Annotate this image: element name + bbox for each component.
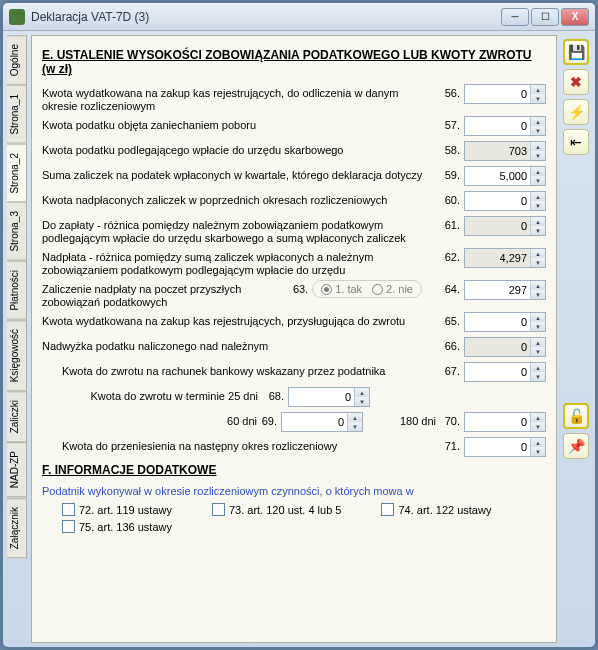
spin-down-icon[interactable]: ▼	[531, 372, 545, 381]
spin-up-icon[interactable]: ▲	[531, 338, 545, 347]
spin-down-icon[interactable]: ▼	[531, 126, 545, 135]
spin-up-icon[interactable]: ▲	[531, 438, 545, 447]
goto-button[interactable]: ⇤	[563, 129, 589, 155]
spin-up-icon[interactable]: ▲	[531, 313, 545, 322]
spin-up-icon[interactable]: ▲	[531, 117, 545, 126]
input-57[interactable]	[465, 117, 530, 135]
checkbox-73[interactable]: 73. art. 120 ust. 4 lub 5	[212, 503, 342, 516]
input-62[interactable]	[465, 249, 530, 267]
row-label-67: Kwota do zwrotu na rachunek bankowy wska…	[42, 362, 440, 378]
tab-załącznik[interactable]: Załącznik	[7, 498, 27, 558]
spin-down-icon[interactable]: ▼	[355, 397, 369, 406]
checkbox-label: 74. art. 122 ustawy	[398, 504, 491, 516]
maximize-button[interactable]: ☐	[531, 8, 559, 26]
spin-up-icon[interactable]: ▲	[531, 167, 545, 176]
field-64[interactable]: ▲▼	[464, 280, 546, 300]
field-62[interactable]: ▲▼	[464, 248, 546, 268]
spin-down-icon[interactable]: ▼	[531, 290, 545, 299]
side-tabs: OgólneStrona_1Strona_2Strona_3PłatnościK…	[7, 35, 27, 643]
spin-down-icon[interactable]: ▼	[531, 226, 545, 235]
spin-up-icon[interactable]: ▲	[531, 217, 545, 226]
spin-up-icon[interactable]: ▲	[531, 85, 545, 94]
field-71[interactable]: ▲▼	[464, 437, 546, 457]
spin-up-icon[interactable]: ▲	[531, 281, 545, 290]
tab-płatności[interactable]: Płatności	[7, 261, 27, 320]
row-num-60: 60.	[440, 191, 464, 206]
spin-up-icon[interactable]: ▲	[531, 249, 545, 258]
input-66[interactable]	[465, 338, 530, 356]
checkbox-icon	[381, 503, 394, 516]
input-64[interactable]	[465, 281, 530, 299]
close-button[interactable]: X	[561, 8, 589, 26]
section-f-link[interactable]: Podatnik wykonywał w okresie rozliczenio…	[42, 485, 546, 497]
bolt-icon: ⚡	[568, 104, 585, 120]
spin-up-icon[interactable]: ▲	[355, 388, 369, 397]
input-59[interactable]	[465, 167, 530, 185]
spin-down-icon[interactable]: ▼	[531, 322, 545, 331]
tab-ogólne[interactable]: Ogólne	[7, 35, 27, 85]
field-59[interactable]: ▲▼	[464, 166, 546, 186]
checkbox-75[interactable]: 75. art. 136 ustawy	[62, 520, 172, 533]
cancel-button[interactable]: ✖	[563, 69, 589, 95]
radio-63-no[interactable]: 2. nie	[372, 283, 413, 295]
pin-button[interactable]: 📌	[563, 433, 589, 459]
input-65[interactable]	[465, 313, 530, 331]
spin-up-icon[interactable]: ▲	[531, 413, 545, 422]
tab-nad-zp[interactable]: NAD-ZP	[7, 442, 27, 497]
checkbox-label: 72. art. 119 ustawy	[79, 504, 172, 516]
radio-63-yes[interactable]: 1. tak	[321, 283, 362, 295]
field-57[interactable]: ▲▼	[464, 116, 546, 136]
input-56[interactable]	[465, 85, 530, 103]
tab-księgowość[interactable]: Księgowość	[7, 320, 27, 391]
input-61[interactable]	[465, 217, 530, 235]
spin-up-icon[interactable]: ▲	[531, 192, 545, 201]
field-67[interactable]: ▲▼	[464, 362, 546, 382]
spin-down-icon[interactable]: ▼	[531, 447, 545, 456]
input-68[interactable]	[289, 388, 354, 406]
field-58[interactable]: ▲▼	[464, 141, 546, 161]
spin-up-icon[interactable]: ▲	[531, 142, 545, 151]
radio-group-63: 1. tak 2. nie	[312, 280, 422, 298]
spin-down-icon[interactable]: ▼	[531, 201, 545, 210]
row-label-57: Kwota podatku objęta zaniechaniem poboru	[42, 116, 440, 132]
spin-up-icon[interactable]: ▲	[531, 363, 545, 372]
field-65[interactable]: ▲▼	[464, 312, 546, 332]
input-67[interactable]	[465, 363, 530, 381]
field-68[interactable]: ▲▼	[288, 387, 370, 407]
row-label-68: Kwota do zwrotu w terminie 25 dni	[42, 387, 264, 403]
recalc-button[interactable]: ⚡	[563, 99, 589, 125]
lock-button[interactable]: 🔓	[563, 403, 589, 429]
field-66[interactable]: ▲▼	[464, 337, 546, 357]
tab-strona_1[interactable]: Strona_1	[7, 85, 27, 144]
input-69[interactable]	[282, 413, 347, 431]
minimize-button[interactable]: ─	[501, 8, 529, 26]
tab-strona_2[interactable]: Strona_2	[7, 144, 27, 203]
input-71[interactable]	[465, 438, 530, 456]
row-label-65: Kwota wydatkowana na zakup kas rejestruj…	[42, 312, 440, 328]
spin-down-icon[interactable]: ▼	[531, 347, 545, 356]
spin-up-icon[interactable]: ▲	[348, 413, 362, 422]
field-60[interactable]: ▲▼	[464, 191, 546, 211]
spin-down-icon[interactable]: ▼	[531, 258, 545, 267]
checkbox-label: 75. art. 136 ustawy	[79, 521, 172, 533]
field-69[interactable]: ▲▼	[281, 412, 363, 432]
row-label-70: 180 dni	[363, 412, 440, 427]
input-70[interactable]	[465, 413, 530, 431]
tab-strona_3[interactable]: Strona_3	[7, 202, 27, 261]
spin-down-icon[interactable]: ▼	[531, 422, 545, 431]
field-61[interactable]: ▲▼	[464, 216, 546, 236]
tab-zaliczki[interactable]: Zaliczki	[7, 391, 27, 442]
spin-down-icon[interactable]: ▼	[531, 151, 545, 160]
spin-down-icon[interactable]: ▼	[531, 176, 545, 185]
row-label-62: Nadpłata - różnica pomiędzy sumą zalicze…	[42, 248, 440, 277]
row-num-62: 62.	[440, 248, 464, 263]
field-56[interactable]: ▲▼	[464, 84, 546, 104]
spin-down-icon[interactable]: ▼	[531, 94, 545, 103]
field-70[interactable]: ▲▼	[464, 412, 546, 432]
save-button[interactable]: 💾	[563, 39, 589, 65]
input-58[interactable]	[465, 142, 530, 160]
input-60[interactable]	[465, 192, 530, 210]
checkbox-72[interactable]: 72. art. 119 ustawy	[62, 503, 172, 516]
spin-down-icon[interactable]: ▼	[348, 422, 362, 431]
checkbox-74[interactable]: 74. art. 122 ustawy	[381, 503, 491, 516]
